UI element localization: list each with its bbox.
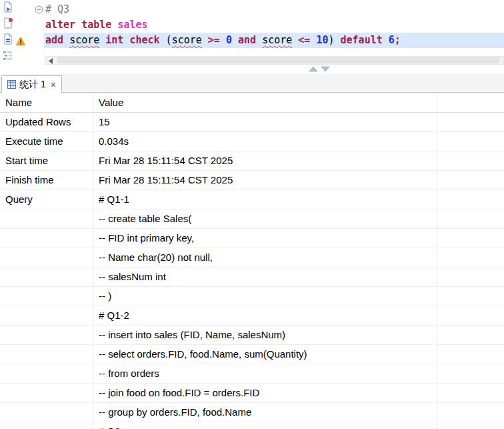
cell-value[interactable]: -- select orders.FID, food.Name, sum(Qua…	[93, 345, 437, 364]
cell-name[interactable]	[0, 306, 93, 325]
cell-value[interactable]: -- FID int primary key,	[93, 229, 437, 248]
code-line[interactable]: # Q3	[0, 2, 504, 17]
cell-value[interactable]: -- Name char(20) not null,	[93, 248, 437, 267]
cell-name[interactable]	[0, 268, 93, 286]
token-comment: # Q3	[45, 3, 69, 15]
dbeaver-window: { "colors": { "keyword": "#a02048", "obj…	[0, 0, 504, 429]
token-plain	[63, 34, 69, 46]
table-row[interactable]: Updated Rows15	[0, 113, 504, 132]
sash-down-icon[interactable]	[321, 66, 330, 72]
table-row[interactable]: Execute time0.034s	[0, 132, 504, 151]
code-line[interactable]: alter table sales	[0, 17, 504, 33]
token-delimiter: ;	[395, 34, 401, 46]
table-row[interactable]: -- group by orders.FID, food.Name	[0, 403, 504, 422]
table-row[interactable]: # Q1-2	[0, 306, 504, 326]
cell-empty[interactable]	[437, 113, 504, 131]
table-row[interactable]: -- )	[0, 287, 504, 306]
column-header-value[interactable]: Value	[93, 93, 437, 112]
cell-name[interactable]	[0, 422, 93, 429]
cell-name[interactable]	[0, 403, 93, 422]
cell-empty[interactable]	[437, 190, 504, 209]
cell-empty[interactable]	[437, 306, 504, 325]
token-keyword: int	[105, 34, 123, 46]
cell-empty[interactable]	[437, 268, 504, 286]
cell-name[interactable]: Query	[0, 190, 93, 209]
table-row[interactable]: -- select orders.FID, food.Name, sum(Qua…	[0, 345, 504, 364]
table-row[interactable]: # Q2	[0, 422, 504, 429]
token-keyword: default	[341, 34, 383, 46]
cell-name[interactable]	[0, 364, 93, 383]
cell-name[interactable]	[0, 326, 93, 344]
cell-value[interactable]: -- )	[93, 287, 437, 306]
cell-empty[interactable]	[437, 248, 504, 267]
cell-value[interactable]: -- from orders	[93, 364, 437, 383]
table-row[interactable]: -- salesNum int	[0, 268, 504, 287]
cell-value[interactable]: Fri Mar 28 15:11:54 CST 2025	[93, 171, 437, 189]
cell-value[interactable]: -- insert into sales (FID, Name, salesNu…	[93, 326, 437, 344]
table-row[interactable]: Start timeFri Mar 28 15:11:54 CST 2025	[0, 151, 504, 171]
cell-value[interactable]: Fri Mar 28 15:11:54 CST 2025	[93, 151, 437, 170]
cell-name[interactable]	[0, 384, 93, 402]
cell-name[interactable]	[0, 248, 93, 267]
cell-empty[interactable]	[437, 326, 504, 344]
cell-empty[interactable]	[437, 403, 504, 422]
cell-name[interactable]: Finish time	[0, 171, 93, 189]
token-identifier-misspelled: score	[172, 34, 202, 46]
cell-empty[interactable]	[437, 364, 504, 383]
cell-empty[interactable]	[437, 422, 504, 429]
cell-name[interactable]: Start time	[0, 151, 93, 170]
cell-value[interactable]: 0.034s	[93, 132, 437, 151]
close-tab-icon[interactable]: ×	[51, 80, 56, 89]
column-header-name[interactable]: Name	[0, 93, 93, 112]
token-plain	[232, 34, 238, 46]
cell-value[interactable]: -- salesNum int	[93, 268, 437, 286]
results-grid: Name Value Updated Rows15Execute time0.0…	[0, 93, 504, 429]
cell-name[interactable]: Execute time	[0, 132, 93, 151]
scroll-left-icon[interactable]	[47, 58, 54, 64]
cell-empty[interactable]	[437, 132, 504, 151]
cell-value[interactable]: -- join food on food.FID = orders.FID	[93, 384, 437, 402]
cell-value[interactable]: # Q1-2	[93, 306, 437, 325]
token-plain: )	[328, 34, 334, 46]
table-row[interactable]: -- insert into sales (FID, Name, salesNu…	[0, 326, 504, 345]
table-row[interactable]: -- FID int primary key,	[0, 229, 504, 248]
cell-empty[interactable]	[437, 345, 504, 364]
token-number: 6	[389, 34, 395, 46]
cell-name[interactable]	[0, 287, 93, 306]
code-lines[interactable]: # Q3alter table salesadd score int check…	[0, 2, 504, 48]
token-keyword: add	[45, 34, 63, 46]
sash-up-icon[interactable]	[309, 66, 318, 72]
table-row[interactable]: -- from orders	[0, 364, 504, 384]
panel-sash[interactable]	[0, 65, 504, 74]
token-keyword: alter table	[45, 19, 111, 31]
code-line[interactable]: add score int check (score >= 0 and scor…	[0, 33, 504, 48]
cell-value[interactable]: -- create table Sales(	[93, 209, 437, 228]
cell-name[interactable]	[0, 345, 93, 364]
table-row[interactable]: -- join food on food.FID = orders.FID	[0, 384, 504, 403]
token-plain	[202, 34, 208, 46]
scrollbar-thumb[interactable]	[57, 57, 499, 63]
table-row[interactable]: Finish timeFri Mar 28 15:11:54 CST 2025	[0, 171, 504, 190]
cell-value[interactable]: # Q1-1	[93, 190, 437, 209]
cell-empty[interactable]	[437, 209, 504, 228]
tab-statistics[interactable]: 统计 1 ×	[1, 75, 62, 93]
token-plain: (	[160, 34, 172, 46]
outline-icon[interactable]	[2, 49, 13, 61]
cell-name[interactable]: Updated Rows	[0, 113, 93, 131]
cell-name[interactable]	[0, 229, 93, 248]
cell-value[interactable]: -- group by orders.FID, food.Name	[93, 403, 437, 422]
editor-horizontal-scrollbar[interactable]	[45, 56, 504, 65]
cell-empty[interactable]	[437, 229, 504, 248]
cell-value[interactable]: # Q2	[93, 422, 437, 429]
cell-empty[interactable]	[437, 151, 504, 170]
column-header-empty	[437, 93, 504, 112]
table-row[interactable]: -- Name char(20) not null,	[0, 248, 504, 268]
cell-name[interactable]	[0, 209, 93, 228]
cell-empty[interactable]	[437, 384, 504, 402]
cell-empty[interactable]	[437, 287, 504, 306]
table-row[interactable]: Query# Q1-1	[0, 190, 504, 209]
cell-empty[interactable]	[437, 171, 504, 189]
table-row[interactable]: -- create table Sales(	[0, 209, 504, 229]
sql-editor[interactable]: # Q3alter table salesadd score int check…	[0, 0, 504, 56]
cell-value[interactable]: 15	[93, 113, 437, 131]
